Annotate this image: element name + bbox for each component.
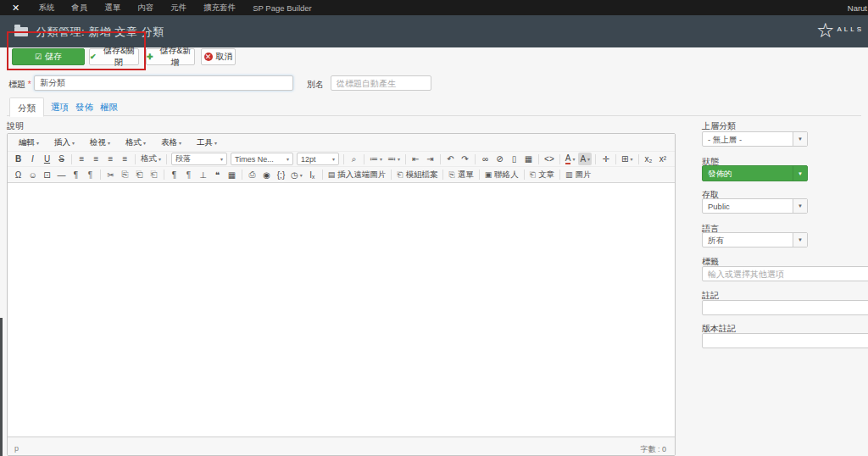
nav-item-sp-page-builder[interactable]: SP Page Builder	[244, 3, 320, 13]
separator	[242, 170, 242, 180]
text-color-icon[interactable]: A▾	[564, 153, 577, 165]
insert-image-icon[interactable]: ▦	[522, 153, 535, 165]
align-center-icon[interactable]: ≡	[90, 153, 103, 165]
ltr-icon[interactable]: ¶	[70, 169, 82, 181]
template-icon[interactable]: ▦	[225, 169, 238, 181]
indent-icon[interactable]: ⇥	[424, 153, 437, 165]
cut-icon[interactable]: ✂	[104, 169, 117, 181]
preview-icon[interactable]: ◉	[260, 169, 273, 181]
numbered-list-icon[interactable]: ≕▾	[386, 153, 402, 165]
chevron-down-icon[interactable]: ▼	[793, 132, 807, 146]
bullet-list-icon[interactable]: ≔▾	[368, 153, 384, 165]
save-button[interactable]: ☑ 儲存	[12, 48, 85, 65]
access-select[interactable]: Public ▼	[702, 198, 808, 214]
insert-remote-image-button[interactable]: ▤插入遠端圖片	[326, 169, 388, 181]
article-button[interactable]: ⎗文章	[528, 169, 556, 181]
align-justify-icon[interactable]: ≡	[119, 153, 131, 165]
align-left-icon[interactable]: ≡	[75, 153, 88, 165]
joomla-logo-icon[interactable]: ✕	[12, 3, 19, 14]
nav-item-content[interactable]: 內容	[129, 3, 162, 14]
image-button[interactable]: ▥圖片	[564, 169, 593, 181]
bg-color-icon[interactable]: A▾	[578, 153, 592, 165]
italic-icon[interactable]: I	[26, 153, 39, 165]
show-blocks-icon[interactable]: ¶	[168, 169, 181, 181]
copy-icon[interactable]: ⎘	[119, 169, 131, 181]
save-new-button[interactable]: ✚ 儲存&新增	[146, 48, 195, 65]
language-select[interactable]: 所有 ▼	[702, 232, 808, 247]
menu-table[interactable]: 表格▾	[154, 136, 188, 149]
separator	[595, 154, 596, 164]
chevron-down-icon[interactable]: ▼	[793, 199, 807, 213]
bold-icon[interactable]: B	[12, 153, 25, 165]
find-replace-icon[interactable]: ⌕	[348, 153, 360, 165]
redo-icon[interactable]: ↷	[459, 153, 471, 165]
subscript-icon[interactable]: x₂	[643, 153, 655, 165]
blockquote-icon[interactable]: ❝	[211, 169, 224, 181]
nav-item-users[interactable]: 會員	[63, 3, 96, 14]
user-menu[interactable]: Narut	[848, 3, 868, 13]
outdent-icon[interactable]: ⇤	[409, 153, 422, 165]
contact-button[interactable]: ▣聯絡人	[483, 169, 520, 181]
align-right-icon[interactable]: ≡	[104, 153, 117, 165]
paragraph-select[interactable]: 段落▾	[171, 153, 227, 165]
insert-datetime-icon[interactable]: ◷▾	[289, 169, 304, 181]
strikethrough-icon[interactable]: S	[55, 153, 68, 165]
fullscreen-icon[interactable]: ✛	[599, 153, 612, 165]
unlink-icon[interactable]: ⊘	[493, 153, 506, 165]
parent-category-select[interactable]: - 無上層 - ▼	[702, 131, 808, 147]
nav-item-extensions[interactable]: 擴充套件	[195, 3, 244, 14]
media-icon[interactable]: ⊡	[41, 169, 53, 181]
fontsize-select[interactable]: 12pt▾	[297, 153, 339, 165]
tab-bar: 分類 選項 發佈 權限	[7, 97, 861, 116]
show-invisibles-icon[interactable]: ¶	[182, 169, 195, 181]
save-close-button[interactable]: ✔ 儲存&關閉	[89, 48, 139, 65]
page-break-icon[interactable]: ⊥	[197, 169, 209, 181]
menu-insert[interactable]: 插入▾	[47, 136, 81, 149]
superscript-icon[interactable]: x²	[657, 153, 670, 165]
element-path[interactable]: p	[14, 444, 19, 453]
menu-view[interactable]: 檢視▾	[83, 136, 117, 149]
rtl-icon[interactable]: ¶	[84, 169, 97, 181]
cancel-button[interactable]: ✕ 取消	[201, 48, 236, 65]
format-menu[interactable]: 格式▾	[139, 153, 163, 165]
font-select[interactable]: Times Ne...▾	[231, 153, 293, 165]
tab-publishing[interactable]: 發佈	[75, 102, 93, 114]
separator	[559, 170, 560, 180]
nav-item-components[interactable]: 元件	[162, 3, 195, 14]
anchor-icon[interactable]: ▯	[508, 153, 520, 165]
check-icon: ✔	[90, 53, 97, 61]
nav-item-system[interactable]: 系統	[30, 3, 63, 14]
menu-item-button[interactable]: ⎘選單	[447, 169, 475, 181]
source-code-icon[interactable]: <>	[542, 153, 556, 165]
version-note-input[interactable]	[702, 333, 868, 348]
tab-options[interactable]: 選項	[51, 102, 69, 114]
editor-menubar: 編輯▾插入▾檢視▾格式▾表格▾工具▾	[8, 134, 675, 152]
alias-input[interactable]	[331, 75, 431, 91]
paste-icon[interactable]: ⎗	[133, 169, 146, 181]
title-input[interactable]	[34, 75, 293, 91]
clear-format-icon[interactable]: Iₓ	[306, 169, 319, 181]
code-sample-icon[interactable]: {;}	[275, 169, 287, 181]
module-file-button[interactable]: ⎗模組檔案	[395, 169, 439, 181]
tags-input[interactable]	[702, 266, 868, 281]
menu-format[interactable]: 格式▾	[119, 136, 153, 149]
undo-icon[interactable]: ↶	[444, 153, 457, 165]
emoticon-icon[interactable]: ☺	[26, 169, 39, 181]
horizontal-rule-icon[interactable]: —	[55, 169, 68, 181]
special-char-icon[interactable]: Ω	[12, 169, 25, 181]
print-icon[interactable]: ⎙	[246, 169, 259, 181]
tab-category[interactable]: 分類	[9, 97, 44, 117]
chevron-down-icon[interactable]: ▼	[793, 166, 807, 181]
underline-icon[interactable]: U	[41, 153, 53, 165]
paste-text-icon[interactable]: ⎗	[147, 169, 160, 181]
table-icon[interactable]: ⊞▾	[620, 153, 634, 165]
tab-permissions[interactable]: 權限	[100, 102, 118, 114]
status-select[interactable]: 發佈的 ▼	[702, 165, 808, 181]
nav-item-menus[interactable]: 選單	[96, 3, 129, 14]
note-input[interactable]	[702, 300, 868, 315]
menu-edit[interactable]: 編輯▾	[12, 136, 46, 149]
link-icon[interactable]: ∞	[479, 153, 492, 165]
chevron-down-icon[interactable]: ▼	[793, 233, 807, 247]
menu-tools[interactable]: 工具▾	[190, 136, 224, 149]
editor-content-area[interactable]	[8, 182, 675, 437]
